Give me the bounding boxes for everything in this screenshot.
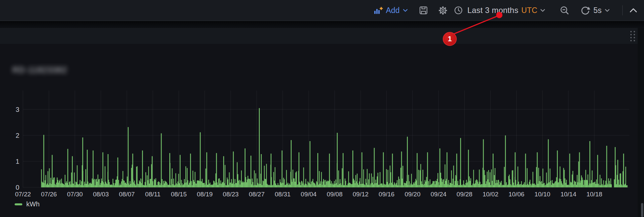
time-range-picker[interactable]: Last 3 months UTC [454, 0, 545, 21]
svg-text:10/06: 10/06 [509, 191, 525, 198]
svg-text:08/07: 08/07 [119, 191, 135, 198]
svg-text:07/26: 07/26 [41, 191, 57, 198]
svg-text:0: 0 [16, 184, 19, 191]
svg-text:09/24: 09/24 [431, 191, 447, 198]
save-icon [418, 5, 428, 15]
time-range-label: Last 3 months [467, 6, 518, 15]
svg-text:08/19: 08/19 [197, 191, 213, 198]
zoom-out-time-button[interactable] [560, 0, 569, 21]
add-panel-button[interactable]: Add [374, 0, 408, 21]
toolbar-divider [622, 5, 623, 15]
svg-text:08/31: 08/31 [275, 191, 291, 198]
svg-text:07/30: 07/30 [67, 191, 83, 198]
annotation-badge-1: 1 [443, 32, 457, 46]
chevron-down-icon [403, 9, 408, 12]
clock-icon [454, 6, 463, 15]
refresh-interval-label: 5s [593, 6, 602, 15]
vertical-scrollbar-thumb[interactable] [641, 203, 643, 217]
panel-title-blurred: RD-11823382 [12, 65, 67, 75]
svg-text:09/12: 09/12 [353, 191, 369, 198]
svg-text:08/03: 08/03 [93, 191, 109, 198]
svg-text:08/11: 08/11 [145, 191, 160, 198]
svg-text:08/27: 08/27 [249, 191, 265, 198]
timezone-label: UTC [521, 6, 537, 15]
svg-text:08/23: 08/23 [223, 191, 239, 198]
svg-text:07/22: 07/22 [15, 191, 31, 198]
svg-text:10/14: 10/14 [561, 191, 576, 198]
chevron-down-icon [605, 9, 610, 12]
svg-text:09/04: 09/04 [301, 191, 317, 198]
refresh-picker[interactable]: 5s [580, 0, 610, 21]
dashboard-toolbar: Add [0, 0, 644, 21]
legend-series-label: kWh [26, 200, 40, 208]
svg-text:2: 2 [16, 132, 19, 139]
svg-text:09/28: 09/28 [457, 191, 473, 198]
svg-text:09/16: 09/16 [379, 191, 395, 198]
zoom-out-icon [560, 5, 569, 15]
add-button-label: Add [386, 6, 400, 15]
legend-series-marker [15, 203, 22, 205]
gear-icon [438, 5, 448, 16]
chevron-up-icon [629, 8, 637, 13]
svg-text:09/20: 09/20 [404, 191, 420, 198]
save-dashboard-button[interactable] [418, 0, 428, 21]
grafana-dashboard: Add [0, 0, 644, 217]
chart-legend[interactable]: kWh [15, 200, 40, 208]
dashboard-settings-button[interactable] [438, 0, 448, 21]
refresh-icon [580, 5, 590, 16]
svg-text:10/02: 10/02 [483, 191, 499, 198]
svg-text:1: 1 [16, 158, 19, 165]
collapse-toolbar-button[interactable] [629, 0, 637, 21]
svg-text:10/10: 10/10 [535, 191, 551, 198]
svg-text:09/08: 09/08 [327, 191, 343, 198]
svg-text:10/18: 10/18 [586, 191, 602, 198]
svg-text:3: 3 [16, 106, 19, 113]
chevron-down-icon [540, 9, 545, 12]
kwh-timeseries-chart[interactable]: 012307/2207/2607/3008/0308/0708/1108/150… [0, 0, 644, 217]
svg-text:08/15: 08/15 [171, 191, 187, 198]
add-panel-icon [374, 6, 383, 15]
